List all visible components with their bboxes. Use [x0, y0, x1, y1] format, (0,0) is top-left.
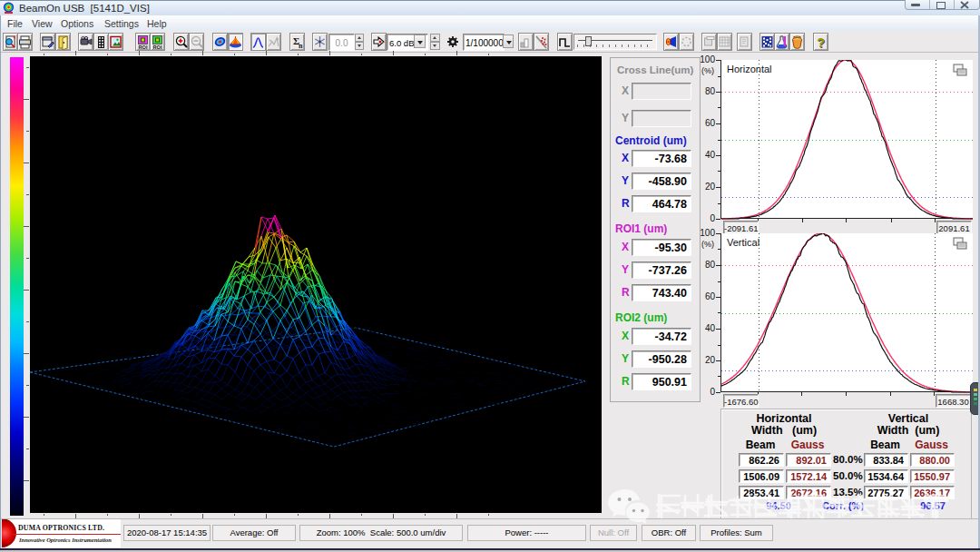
svg-text:ROI: ROI	[139, 44, 148, 50]
svg-text:ROI: ROI	[153, 44, 162, 50]
svg-text:?: ?	[817, 35, 825, 50]
svg-text:n: n	[299, 42, 303, 50]
